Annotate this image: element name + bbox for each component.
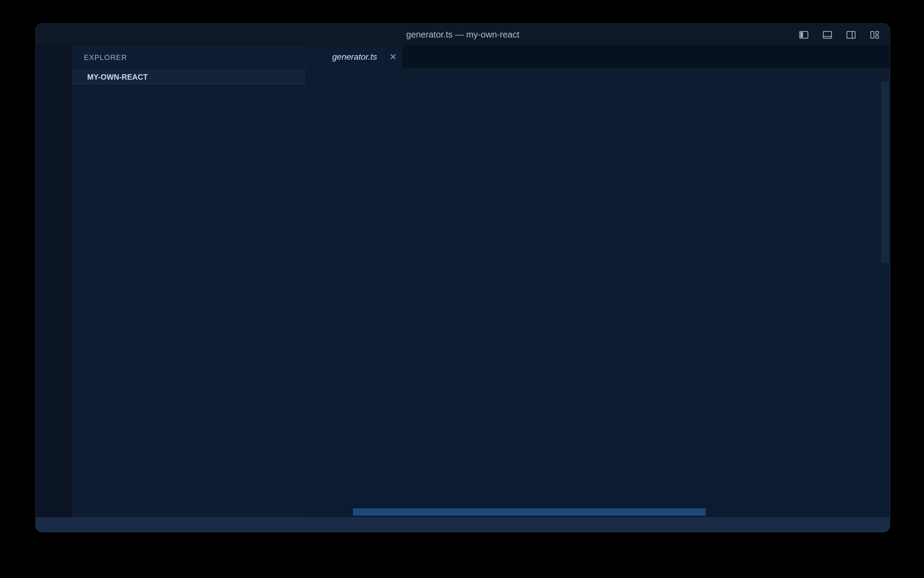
code-editor[interactable] (305, 81, 890, 517)
tab-bar: generator.ts ✕ (305, 46, 890, 68)
vertical-scrollbar[interactable] (881, 81, 889, 263)
horizontal-scrollbar[interactable] (353, 508, 706, 516)
vscode-window: generator.ts — my-own-react EXPLORER MY-… (36, 23, 890, 532)
status-bar (36, 517, 890, 532)
views-more-icon[interactable] (286, 52, 296, 63)
breadcrumb (305, 68, 890, 81)
toggle-primary-sidebar-icon[interactable] (798, 29, 809, 40)
window-title: generator.ts — my-own-react (36, 24, 890, 46)
typescript-file-icon (313, 52, 325, 62)
tab-label: generator.ts (332, 52, 385, 62)
explorer-title: EXPLORER (84, 53, 127, 62)
customize-layout-icon[interactable] (869, 29, 880, 40)
chevron-down-icon (76, 73, 86, 82)
editor-group: generator.ts ✕ (305, 46, 890, 517)
close-tab-icon[interactable]: ✕ (389, 52, 397, 62)
tab-generator-ts[interactable]: generator.ts ✕ (305, 46, 403, 68)
workspace-section-header[interactable]: MY-OWN-REACT (72, 69, 305, 85)
toggle-panel-icon[interactable] (822, 29, 833, 40)
workspace-name: MY-OWN-REACT (87, 73, 301, 81)
explorer-sidebar: EXPLORER MY-OWN-REACT (72, 46, 305, 517)
titlebar[interactable]: generator.ts — my-own-react (36, 24, 890, 46)
toggle-secondary-sidebar-icon[interactable] (846, 29, 856, 40)
activity-bar (36, 46, 72, 517)
